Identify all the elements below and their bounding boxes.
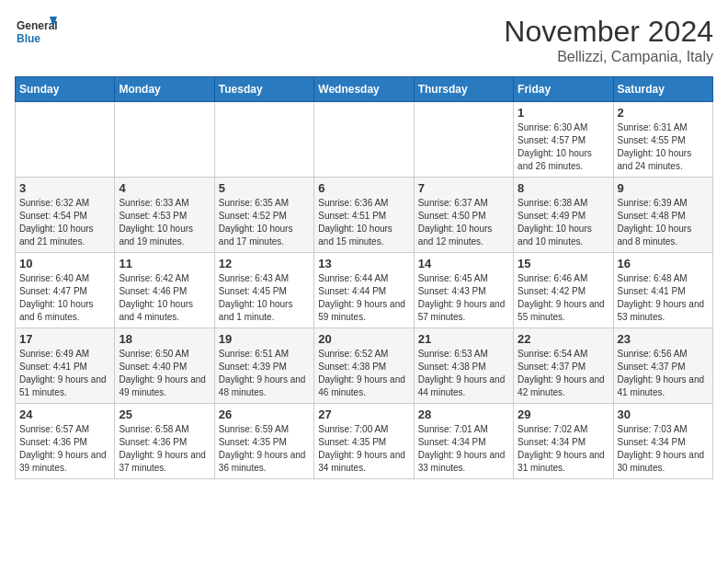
calendar-cell-week4-day4: 21Sunrise: 6:53 AM Sunset: 4:38 PM Dayli…	[414, 328, 513, 404]
logo: General Blue	[15, 15, 61, 52]
day-info: Sunrise: 7:03 AM Sunset: 4:34 PM Dayligh…	[618, 423, 709, 475]
day-info: Sunrise: 6:56 AM Sunset: 4:37 PM Dayligh…	[618, 348, 709, 399]
month-title: November 2024	[504, 15, 713, 49]
day-info: Sunrise: 6:33 AM Sunset: 4:53 PM Dayligh…	[119, 197, 210, 248]
calendar-cell-week5-day0: 24Sunrise: 6:57 AM Sunset: 4:36 PM Dayli…	[16, 404, 115, 479]
calendar-cell-week5-day3: 27Sunrise: 7:00 AM Sunset: 4:35 PM Dayli…	[314, 404, 414, 479]
calendar-cell-week5-day6: 30Sunrise: 7:03 AM Sunset: 4:34 PM Dayli…	[613, 404, 712, 479]
day-info: Sunrise: 6:31 AM Sunset: 4:55 PM Dayligh…	[618, 121, 709, 173]
week-row-5: 24Sunrise: 6:57 AM Sunset: 4:36 PM Dayli…	[16, 404, 713, 479]
calendar-cell-week2-day5: 8Sunrise: 6:38 AM Sunset: 4:49 PM Daylig…	[514, 178, 613, 253]
day-number: 20	[318, 332, 409, 346]
day-info: Sunrise: 6:51 AM Sunset: 4:39 PM Dayligh…	[219, 348, 310, 399]
day-number: 13	[318, 257, 409, 270]
day-info: Sunrise: 6:39 AM Sunset: 4:48 PM Dayligh…	[618, 197, 709, 248]
day-number: 22	[518, 332, 609, 346]
calendar-cell-week3-day3: 13Sunrise: 6:44 AM Sunset: 4:44 PM Dayli…	[314, 253, 414, 328]
weekday-header-monday: Monday	[115, 77, 214, 102]
day-info: Sunrise: 6:37 AM Sunset: 4:50 PM Dayligh…	[418, 197, 509, 248]
calendar-cell-week4-day5: 22Sunrise: 6:54 AM Sunset: 4:37 PM Dayli…	[514, 328, 613, 404]
day-number: 28	[418, 408, 509, 421]
day-info: Sunrise: 6:38 AM Sunset: 4:49 PM Dayligh…	[518, 197, 609, 248]
calendar-cell-week1-day4	[414, 102, 513, 178]
calendar-table: SundayMondayTuesdayWednesdayThursdayFrid…	[15, 76, 713, 479]
calendar-cell-week2-day3: 6Sunrise: 6:36 AM Sunset: 4:51 PM Daylig…	[314, 178, 414, 253]
location-title: Bellizzi, Campania, Italy	[504, 49, 713, 65]
calendar-cell-week4-day3: 20Sunrise: 6:52 AM Sunset: 4:38 PM Dayli…	[314, 328, 414, 404]
day-number: 3	[19, 181, 110, 195]
weekday-header-wednesday: Wednesday	[314, 77, 414, 102]
day-number: 26	[219, 408, 310, 421]
day-info: Sunrise: 6:46 AM Sunset: 4:42 PM Dayligh…	[518, 272, 609, 324]
day-number: 16	[618, 257, 709, 270]
day-number: 12	[219, 257, 310, 270]
calendar-cell-week4-day1: 18Sunrise: 6:50 AM Sunset: 4:40 PM Dayli…	[115, 328, 214, 404]
day-number: 30	[618, 408, 709, 421]
day-number: 25	[119, 408, 210, 421]
calendar-cell-week1-day3	[314, 102, 414, 178]
day-info: Sunrise: 6:48 AM Sunset: 4:41 PM Dayligh…	[618, 272, 709, 324]
day-info: Sunrise: 6:36 AM Sunset: 4:51 PM Dayligh…	[318, 197, 409, 248]
day-number: 10	[19, 257, 110, 270]
day-number: 27	[318, 408, 409, 421]
page-header: General Blue November 2024 Bellizzi, Cam…	[15, 15, 713, 65]
day-number: 18	[119, 332, 210, 346]
calendar-cell-week1-day2	[214, 102, 313, 178]
day-info: Sunrise: 6:57 AM Sunset: 4:36 PM Dayligh…	[19, 423, 110, 475]
day-number: 23	[618, 332, 709, 346]
day-info: Sunrise: 6:59 AM Sunset: 4:35 PM Dayligh…	[219, 423, 310, 475]
title-block: November 2024 Bellizzi, Campania, Italy	[504, 15, 713, 65]
day-info: Sunrise: 6:58 AM Sunset: 4:36 PM Dayligh…	[119, 423, 210, 475]
day-info: Sunrise: 6:43 AM Sunset: 4:45 PM Dayligh…	[219, 272, 310, 324]
calendar-cell-week3-day0: 10Sunrise: 6:40 AM Sunset: 4:47 PM Dayli…	[16, 253, 115, 328]
calendar-cell-week5-day5: 29Sunrise: 7:02 AM Sunset: 4:34 PM Dayli…	[514, 404, 613, 479]
calendar-cell-week1-day1	[115, 102, 214, 178]
weekday-header-friday: Friday	[514, 77, 613, 102]
svg-text:Blue: Blue	[17, 32, 40, 45]
day-number: 5	[219, 181, 310, 195]
calendar-cell-week3-day2: 12Sunrise: 6:43 AM Sunset: 4:45 PM Dayli…	[214, 253, 313, 328]
calendar-cell-week2-day2: 5Sunrise: 6:35 AM Sunset: 4:52 PM Daylig…	[214, 178, 313, 253]
day-info: Sunrise: 7:00 AM Sunset: 4:35 PM Dayligh…	[318, 423, 409, 475]
weekday-header-tuesday: Tuesday	[214, 77, 313, 102]
day-number: 4	[119, 181, 210, 195]
calendar-cell-week2-day4: 7Sunrise: 6:37 AM Sunset: 4:50 PM Daylig…	[414, 178, 513, 253]
day-number: 1	[518, 106, 609, 120]
logo-svg: General Blue	[15, 15, 61, 52]
calendar-cell-week2-day1: 4Sunrise: 6:33 AM Sunset: 4:53 PM Daylig…	[115, 178, 214, 253]
day-number: 2	[618, 106, 709, 120]
day-number: 15	[518, 257, 609, 270]
week-row-3: 10Sunrise: 6:40 AM Sunset: 4:47 PM Dayli…	[16, 253, 713, 328]
day-info: Sunrise: 6:52 AM Sunset: 4:38 PM Dayligh…	[318, 348, 409, 399]
day-number: 9	[618, 181, 709, 195]
calendar-cell-week2-day6: 9Sunrise: 6:39 AM Sunset: 4:48 PM Daylig…	[613, 178, 712, 253]
weekday-header-row: SundayMondayTuesdayWednesdayThursdayFrid…	[16, 77, 713, 102]
day-info: Sunrise: 6:40 AM Sunset: 4:47 PM Dayligh…	[19, 272, 110, 324]
weekday-header-thursday: Thursday	[414, 77, 513, 102]
day-number: 8	[518, 181, 609, 195]
calendar-cell-week4-day6: 23Sunrise: 6:56 AM Sunset: 4:37 PM Dayli…	[613, 328, 712, 404]
day-number: 19	[219, 332, 310, 346]
week-row-4: 17Sunrise: 6:49 AM Sunset: 4:41 PM Dayli…	[16, 328, 713, 404]
day-info: Sunrise: 6:45 AM Sunset: 4:43 PM Dayligh…	[418, 272, 509, 324]
day-info: Sunrise: 7:02 AM Sunset: 4:34 PM Dayligh…	[518, 423, 609, 475]
calendar-cell-week1-day6: 2Sunrise: 6:31 AM Sunset: 4:55 PM Daylig…	[613, 102, 712, 178]
weekday-header-sunday: Sunday	[16, 77, 115, 102]
calendar-cell-week1-day0	[16, 102, 115, 178]
calendar-cell-week5-day4: 28Sunrise: 7:01 AM Sunset: 4:34 PM Dayli…	[414, 404, 513, 479]
calendar-cell-week4-day2: 19Sunrise: 6:51 AM Sunset: 4:39 PM Dayli…	[214, 328, 313, 404]
day-info: Sunrise: 6:50 AM Sunset: 4:40 PM Dayligh…	[119, 348, 210, 399]
calendar-cell-week1-day5: 1Sunrise: 6:30 AM Sunset: 4:57 PM Daylig…	[514, 102, 613, 178]
calendar-cell-week3-day1: 11Sunrise: 6:42 AM Sunset: 4:46 PM Dayli…	[115, 253, 214, 328]
day-info: Sunrise: 6:30 AM Sunset: 4:57 PM Dayligh…	[518, 121, 609, 173]
weekday-header-saturday: Saturday	[613, 77, 712, 102]
day-info: Sunrise: 6:35 AM Sunset: 4:52 PM Dayligh…	[219, 197, 310, 248]
calendar-cell-week5-day1: 25Sunrise: 6:58 AM Sunset: 4:36 PM Dayli…	[115, 404, 214, 479]
calendar-cell-week3-day4: 14Sunrise: 6:45 AM Sunset: 4:43 PM Dayli…	[414, 253, 513, 328]
day-number: 7	[418, 181, 509, 195]
day-number: 11	[119, 257, 210, 270]
day-number: 6	[318, 181, 409, 195]
calendar-cell-week5-day2: 26Sunrise: 6:59 AM Sunset: 4:35 PM Dayli…	[214, 404, 313, 479]
day-info: Sunrise: 6:42 AM Sunset: 4:46 PM Dayligh…	[119, 272, 210, 324]
day-number: 14	[418, 257, 509, 270]
